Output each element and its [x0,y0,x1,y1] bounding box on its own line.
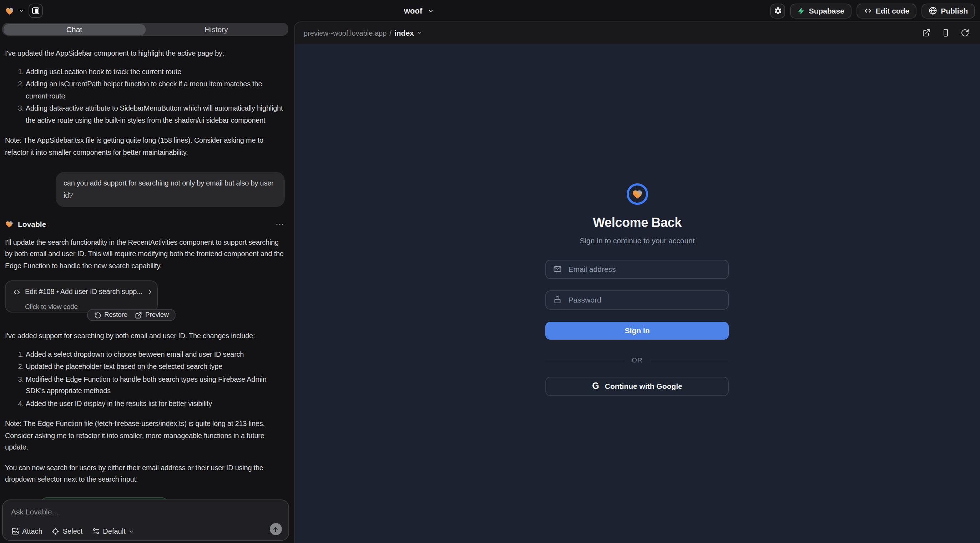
user-message-bubble: can you add support for searching not on… [56,172,285,207]
project-chevron-down-icon[interactable] [19,8,24,14]
assistant-note: Note: The Edge Function file (fetch-fire… [5,418,285,454]
chevron-down-icon [417,30,423,36]
preview-pane: preview--woof.lovable.app / index [294,21,980,543]
mode-select[interactable]: Default [92,527,134,535]
restored-row: Restored #107 Highlight Active Page in S… [5,497,285,500]
tab-chat[interactable]: Chat [3,24,145,35]
password-field-wrapper [546,290,729,309]
assistant-paragraph: I've updated the AppSidebar component to… [5,48,285,60]
auth-title: Welcome Back [593,215,682,230]
preview-page: index [395,29,414,37]
settings-button[interactable] [770,3,785,18]
edit-code-button[interactable]: Edit code [856,3,917,18]
preview-label: Preview [145,309,169,321]
restore-button[interactable]: Restore [94,309,127,321]
globe-icon [929,6,937,15]
google-sign-in-button[interactable]: G Continue with Google [546,376,729,396]
auth-subtitle: Sign in to continue to your account [579,236,695,245]
chevron-down-icon [129,529,135,534]
edit-card-wrapper: Edit #108 • Add user ID search supp... C… [5,280,285,322]
or-label: OR [632,356,643,364]
chevron-down-icon [427,8,434,14]
mail-icon [554,265,562,273]
assistant-paragraph: I've added support for searching by both… [5,330,285,342]
chevron-right-icon [147,289,153,295]
send-button[interactable] [269,523,282,535]
preview-button[interactable]: Preview [135,309,169,321]
breadcrumb-separator: / [389,29,391,37]
app-logo-ring [627,183,648,205]
list-item: Adding data-active attribute to SidebarM… [26,103,285,126]
publish-button[interactable]: Publish [921,3,975,18]
email-field-wrapper [546,259,729,279]
chat-input[interactable] [11,507,225,520]
attach-label: Attach [22,527,43,535]
or-divider: OR [546,356,729,364]
restore-icon [94,311,101,319]
tab-history[interactable]: History [145,24,287,35]
app-logo-heart-icon [632,188,643,199]
list-item: Added the user ID display in the results… [26,398,285,410]
publish-label: Publish [941,6,968,15]
version-badge[interactable]: #107 Highlight Active Page in Sidebar [40,497,168,500]
list-item: Adding useLocation hook to track the cur… [26,66,285,78]
mode-label: Default [103,527,125,535]
version-actions-pill: Restore Preview [87,309,176,321]
mobile-view-icon[interactable] [942,29,950,37]
sign-in-button[interactable]: Sign in [546,321,729,339]
assistant-paragraph: You can now search for users by either t… [5,462,285,486]
password-input[interactable] [546,290,729,309]
preview-url-breadcrumb[interactable]: preview--woof.lovable.app / index [294,29,423,37]
tab-history-label: History [205,25,228,33]
preview-app-content: Welcome Back Sign in to continue to your… [294,44,980,543]
assistant-list: Added a select dropdown to choose betwee… [5,349,285,410]
code-icon [864,6,872,15]
edit-card-title: Edit #108 • Add user ID search supp... [25,286,142,298]
email-input[interactable] [546,259,729,279]
restore-label: Restore [104,309,127,321]
assistant-list: Adding useLocation hook to track the cur… [5,66,285,126]
select-label: Select [63,527,83,535]
lovable-avatar-heart-icon [5,220,14,229]
open-in-new-tab-icon[interactable] [922,29,931,37]
list-item: Modified the Edge Function to handle bot… [26,373,285,397]
supabase-label: Supabase [809,6,844,15]
project-name: woof [404,6,422,15]
select-button[interactable]: Select [52,527,83,535]
select-locate-icon [52,527,60,535]
list-item: Updated the placeholder text based on th… [26,361,285,373]
chat-composer: Attach Select Default [2,500,289,541]
chat-messages[interactable]: I've updated the AppSidebar component to… [0,40,291,500]
sliders-icon [92,527,100,535]
assistant-name: Lovable [18,218,46,230]
supabase-icon [797,7,805,14]
lovable-heart-logo[interactable] [5,6,14,15]
message-menu-icon[interactable]: ⋯ [275,221,285,228]
supabase-button[interactable]: Supabase [790,3,851,18]
assistant-paragraph: I'll update the search functionality in … [5,237,285,272]
chat-history-tabs: Chat History [2,23,288,36]
google-button-label: Continue with Google [605,382,682,390]
toggle-sidebar-button[interactable] [29,3,43,18]
edit-code-label: Edit code [876,6,910,15]
assistant-note: Note: The AppSidebar.tsx file is getting… [5,135,285,159]
lock-icon [554,295,562,304]
project-switcher[interactable]: woof [404,0,434,21]
user-message-text: can you add support for searching not on… [64,179,274,199]
attach-button[interactable]: Attach [11,527,43,535]
attach-image-icon [11,527,19,535]
tab-chat-label: Chat [66,25,82,33]
chat-panel: Chat History I've updated the AppSidebar… [0,21,291,543]
refresh-icon[interactable] [961,29,969,37]
preview-header: preview--woof.lovable.app / index [294,22,980,43]
google-g-icon: G [592,381,599,391]
app-window: woof Supabase Edit code [0,0,980,543]
external-link-icon [135,311,142,319]
edit-version-card[interactable]: Edit #108 • Add user ID search supp... C… [5,280,158,313]
preview-url: preview--woof.lovable.app [304,29,387,37]
list-item: Added a select dropdown to choose betwee… [26,349,285,360]
code-icon [13,288,21,296]
top-bar: woof Supabase Edit code [0,0,980,21]
list-item: Adding an isCurrentPath helper function … [26,78,285,102]
assistant-header: Lovable ⋯ [5,218,285,230]
